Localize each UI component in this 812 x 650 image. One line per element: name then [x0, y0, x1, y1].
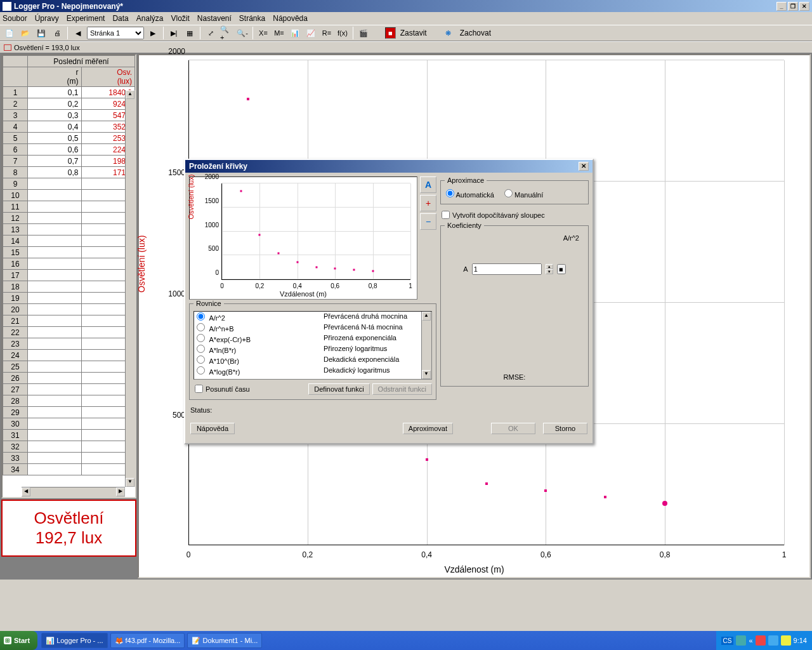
scroll-down-icon[interactable]: ▼ [126, 478, 134, 487]
table-row[interactable]: 14 [3, 235, 135, 247]
page-select[interactable]: Stránka 1 [87, 27, 144, 39]
table-row[interactable]: 22 [3, 327, 135, 338]
fx-icon[interactable]: f(x) [336, 26, 350, 40]
task-logger-pro[interactable]: 📊 Logger Pro - ... [41, 633, 107, 648]
remove-function-button[interactable]: Odstranit funkci [372, 383, 432, 395]
table-row[interactable]: 29 [3, 407, 135, 418]
menu-stranka[interactable]: Stránka [239, 14, 265, 23]
table-row[interactable]: 60,6224,7 [3, 144, 135, 156]
scroll-left-icon[interactable]: ◀ [22, 488, 30, 496]
data-icon[interactable]: ▦ [183, 26, 197, 40]
table-row[interactable]: 24 [3, 350, 135, 361]
define-function-button[interactable]: Definovat funkci [308, 383, 369, 395]
equation-option[interactable]: A/r^n+BPřevrácená N-tá mocnina [194, 322, 431, 333]
ok-button[interactable]: OK [491, 423, 535, 434]
equation-option[interactable]: A*exp(-Cr)+BPřirozená exponenciála [194, 333, 431, 344]
autoscale-icon[interactable]: ⤢ [204, 26, 218, 40]
zoom-out-icon[interactable]: 🔍- [235, 26, 249, 40]
task-pdf[interactable]: 🦊 f43.pdf - Mozilla... [110, 633, 185, 648]
scroll-up-icon[interactable]: ▲ [126, 90, 134, 99]
dialog-close-button[interactable]: ✕ [579, 162, 589, 171]
tray-icon[interactable] [768, 635, 778, 646]
table-scrollbar-v[interactable]: ▲ ▼ [125, 90, 135, 487]
task-word[interactable]: 📝 Dokument1 - Mi... [187, 633, 262, 648]
table-scrollbar-h[interactable]: ◀ ▶ [22, 487, 125, 497]
menu-analyza[interactable]: Analýza [136, 14, 164, 23]
coef-down-icon[interactable]: ▼ [546, 269, 553, 274]
table-row[interactable]: 33 [3, 453, 135, 464]
cancel-button[interactable]: Storno [543, 423, 587, 434]
movie-icon[interactable]: 🎬 [357, 26, 370, 40]
autoscale-mini-icon[interactable]: A [420, 176, 436, 193]
equation-option[interactable]: A*ln(B*r)Přirozený logaritmus [194, 344, 431, 355]
collect-icon[interactable]: ▶| [167, 26, 181, 40]
zoom-in-mini-icon[interactable]: + [420, 195, 436, 211]
tray-icon[interactable] [736, 635, 746, 646]
table-row[interactable]: 21 [3, 315, 135, 327]
print-icon[interactable]: 🖨 [50, 26, 64, 40]
approximate-button[interactable]: Aproximovat [403, 423, 453, 434]
coef-step-button[interactable]: ◼ [557, 264, 566, 274]
equation-option[interactable]: A/r^2Převrácená druhá mocnina [194, 312, 431, 322]
coef-up-icon[interactable]: ▲ [546, 264, 553, 269]
table-row[interactable]: 23 [3, 338, 135, 350]
next-page-icon[interactable]: ▶ [146, 26, 160, 40]
table-row[interactable]: 40,4352,9 [3, 121, 135, 133]
menu-vlozit[interactable]: Vložit [171, 14, 189, 23]
prev-page-icon[interactable]: ◀ [71, 26, 85, 40]
clock[interactable]: 9:14 [794, 637, 807, 644]
open-icon[interactable]: 📂 [18, 26, 32, 40]
menu-soubor[interactable]: Soubor [3, 14, 27, 23]
system-tray[interactable]: CS « 9:14 [716, 631, 812, 650]
zoom-out-mini-icon[interactable]: − [420, 213, 436, 230]
table-row[interactable]: 30,3547,3 [3, 110, 135, 121]
minimize-button[interactable]: _ [776, 2, 787, 11]
scroll-right-icon[interactable]: ▶ [116, 488, 125, 496]
table-row[interactable]: 12 [3, 213, 135, 224]
equation-list[interactable]: A/r^2Převrácená druhá mocnina A/r^n+BPře… [193, 311, 432, 380]
table-row[interactable]: 25 [3, 361, 135, 373]
examine-x-icon[interactable]: X= [256, 26, 270, 40]
menu-upravy[interactable]: Úpravy [35, 14, 59, 23]
manual-radio[interactable]: Manuální [504, 189, 543, 199]
stop-button[interactable]: ■ [385, 27, 396, 39]
zoom-in-icon[interactable]: 🔍+ [219, 26, 233, 40]
table-row[interactable]: 18 [3, 281, 135, 293]
close-button[interactable]: ✕ [799, 2, 809, 11]
table-row[interactable]: 50,5253,1 [3, 133, 135, 144]
table-row[interactable]: 28 [3, 395, 135, 407]
table-row[interactable]: 9 [3, 178, 135, 190]
table-row[interactable]: 20 [3, 304, 135, 315]
menu-experiment[interactable]: Experiment [67, 14, 105, 23]
curvefit-icon[interactable]: R= [320, 26, 334, 40]
tray-icon[interactable] [781, 635, 791, 646]
data-table[interactable]: Poslední měření r(m) Osv.(lux) 10,11840,… [1, 54, 136, 498]
equation-option[interactable]: A*log(B*r)Dekadický logaritmus [194, 366, 431, 376]
table-row[interactable]: 30 [3, 418, 135, 430]
table-row[interactable]: 17 [3, 270, 135, 281]
restore-button[interactable]: ❐ [788, 2, 798, 11]
table-row[interactable]: 34 [3, 464, 135, 475]
table-row[interactable]: 27 [3, 384, 135, 395]
table-row[interactable]: 20,2924,5 [3, 98, 135, 110]
equation-option[interactable]: A*10^(Br)Dekadická exponenciála [194, 355, 431, 366]
time-shift-checkbox[interactable]: Posunutí času [193, 382, 251, 395]
start-button[interactable]: ⊞ Start [0, 631, 37, 650]
stats-icon[interactable]: 📊 [288, 26, 302, 40]
save-icon[interactable]: 💾 [34, 26, 48, 40]
tangent-icon[interactable]: M= [272, 26, 286, 40]
table-row[interactable]: 31 [3, 430, 135, 441]
table-row[interactable]: 19 [3, 293, 135, 304]
table-row[interactable]: 15 [3, 247, 135, 258]
dialog-titlebar[interactable]: Proložení křivky ✕ [185, 160, 593, 173]
table-row[interactable]: 10 [3, 190, 135, 201]
table-row[interactable]: 16 [3, 258, 135, 270]
table-row[interactable]: 13 [3, 224, 135, 235]
auto-radio[interactable]: Automatická [446, 189, 494, 199]
create-column-checkbox[interactable]: Vytvořit dopočítávaný sloupec [440, 208, 589, 222]
help-button[interactable]: Nápověda [190, 423, 235, 434]
menu-nastaveni[interactable]: Nastavení [197, 14, 232, 23]
menu-data[interactable]: Data [112, 14, 128, 23]
coef-a-input[interactable] [472, 263, 542, 275]
eq-scrollbar[interactable]: ▲ ▼ [421, 312, 431, 379]
